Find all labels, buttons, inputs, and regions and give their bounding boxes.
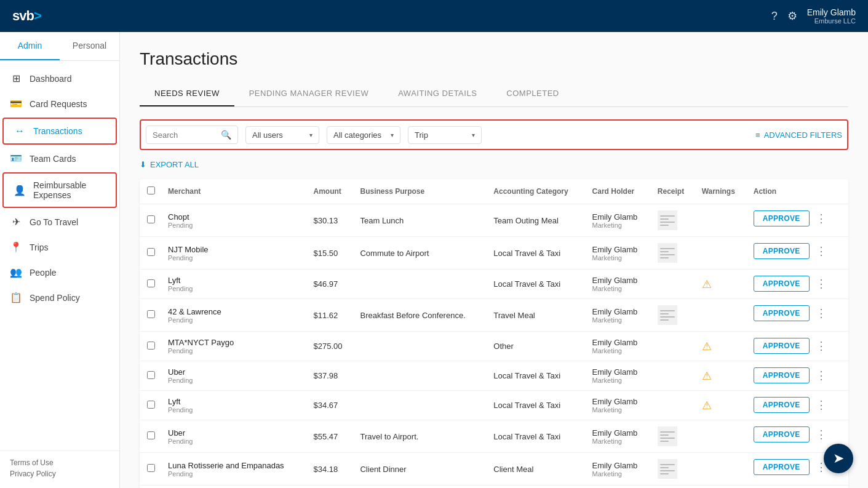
tab-needs-review[interactable]: NEEDS REVIEW bbox=[140, 81, 234, 106]
more-actions-button[interactable]: ⋮ bbox=[812, 276, 830, 292]
row-checkbox[interactable] bbox=[147, 342, 155, 350]
amount-value: $55.47 bbox=[314, 432, 338, 441]
cell-warnings bbox=[696, 420, 747, 453]
user-filter-label: All users bbox=[252, 130, 283, 140]
approve-button[interactable]: APPROVE bbox=[754, 367, 810, 383]
sidebar-item-team-cards[interactable]: 🪪 Team Cards bbox=[0, 146, 119, 171]
sidebar-item-card-requests[interactable]: 💳 Card Requests bbox=[0, 91, 119, 116]
amount-value: $15.50 bbox=[314, 249, 338, 258]
approve-button[interactable]: APPROVE bbox=[754, 243, 810, 259]
help-icon[interactable]: ? bbox=[771, 10, 778, 23]
tab-personal[interactable]: Personal bbox=[60, 32, 119, 60]
amount-value: $37.98 bbox=[314, 371, 338, 380]
sidebar-item-trips[interactable]: 📍 Trips bbox=[0, 234, 119, 260]
download-icon: ⬇ bbox=[140, 160, 146, 169]
chat-bubble[interactable]: ➤ bbox=[824, 444, 853, 473]
amount-value: $34.67 bbox=[314, 401, 338, 410]
approve-button[interactable]: APPROVE bbox=[754, 338, 810, 354]
card-holder-dept: Marketing bbox=[592, 438, 645, 445]
pending-status: Pending bbox=[168, 316, 301, 324]
cell-business-purpose bbox=[354, 391, 487, 420]
approve-button[interactable]: APPROVE bbox=[754, 459, 810, 475]
card-holder-name: Emily Glamb bbox=[592, 245, 645, 254]
user-menu[interactable]: Emily Glamb Emburse LLC bbox=[807, 7, 856, 25]
sidebar-item-go-to-travel[interactable]: ✈ Go To Travel bbox=[0, 209, 119, 234]
sidebar-item-dashboard[interactable]: ⊞ Dashboard bbox=[0, 66, 119, 91]
privacy-link[interactable]: Privacy Policy bbox=[10, 470, 109, 478]
team-cards-icon: 🪪 bbox=[10, 153, 22, 164]
row-checkbox[interactable] bbox=[147, 215, 155, 223]
sidebar-item-label: Card Requests bbox=[30, 99, 87, 109]
approve-button[interactable]: APPROVE bbox=[754, 276, 810, 292]
row-checkbox[interactable] bbox=[147, 310, 155, 318]
cell-accounting-category: Local Travel & Taxi bbox=[487, 270, 586, 299]
transactions-table-container: Merchant Amount Business Purpose Account… bbox=[140, 179, 848, 488]
cell-receipt bbox=[651, 237, 696, 270]
settings-icon[interactable]: ⚙ bbox=[787, 9, 797, 23]
search-input[interactable] bbox=[153, 130, 221, 140]
row-checkbox[interactable] bbox=[147, 248, 155, 256]
cell-action: APPROVE⋮ bbox=[747, 361, 848, 390]
tab-admin[interactable]: Admin bbox=[0, 32, 60, 60]
sidebar: Admin Personal ⊞ Dashboard 💳 Card Reques… bbox=[0, 32, 120, 488]
row-checkbox[interactable] bbox=[147, 401, 155, 409]
amount-value: $34.18 bbox=[314, 465, 338, 474]
category-filter-label: All categories bbox=[333, 130, 381, 140]
trip-filter[interactable]: Trip ▾ bbox=[408, 126, 482, 144]
cell-accounting-category: Other bbox=[487, 332, 586, 361]
trip-filter-label: Trip bbox=[415, 130, 428, 140]
category-filter[interactable]: All categories ▾ bbox=[327, 126, 400, 144]
search-box[interactable]: 🔍 bbox=[146, 126, 238, 144]
approve-button[interactable]: APPROVE bbox=[754, 305, 810, 321]
more-actions-button[interactable]: ⋮ bbox=[812, 243, 830, 259]
pending-status: Pending bbox=[168, 406, 301, 414]
tab-awaiting-details[interactable]: AWAITING DETAILS bbox=[383, 81, 492, 106]
card-holder-dept: Marketing bbox=[592, 285, 645, 292]
approve-button[interactable]: APPROVE bbox=[754, 210, 810, 226]
cell-amount: $34.67 bbox=[308, 391, 354, 420]
more-actions-button[interactable]: ⋮ bbox=[812, 426, 830, 442]
approve-button[interactable]: APPROVE bbox=[754, 426, 810, 442]
cell-card-holder: Emily GlambMarketing bbox=[586, 453, 651, 486]
cell-merchant: LyftPending bbox=[162, 391, 308, 420]
more-actions-button[interactable]: ⋮ bbox=[812, 210, 830, 226]
tab-pending-manager-review[interactable]: PENDING MANAGER REVIEW bbox=[234, 81, 383, 106]
cell-warnings: ⚠ bbox=[696, 391, 747, 420]
sidebar-item-transactions[interactable]: ↔ Transactions bbox=[2, 118, 117, 145]
cell-business-purpose: Client Dinner bbox=[354, 453, 487, 486]
receipt-line bbox=[660, 464, 675, 465]
terms-link[interactable]: Terms of Use bbox=[10, 458, 109, 467]
row-checkbox[interactable] bbox=[147, 464, 155, 472]
sidebar-tabs: Admin Personal bbox=[0, 32, 119, 61]
receipt-line bbox=[660, 438, 675, 439]
approve-button[interactable]: APPROVE bbox=[754, 397, 810, 413]
cell-merchant: NJT MobilePending bbox=[162, 237, 308, 270]
advanced-filters-button[interactable]: ≡ ADVANCED FILTERS bbox=[755, 130, 842, 140]
cell-accounting-category: Local Travel & Taxi bbox=[487, 391, 586, 420]
select-all-checkbox[interactable] bbox=[147, 186, 155, 194]
export-label: EXPORT ALL bbox=[150, 160, 199, 169]
more-actions-button[interactable]: ⋮ bbox=[812, 397, 830, 413]
tab-completed[interactable]: COMPLETED bbox=[492, 81, 573, 106]
svb-logo[interactable]: svb> bbox=[12, 8, 41, 24]
more-actions-button[interactable]: ⋮ bbox=[812, 367, 830, 383]
export-all-button[interactable]: ⬇ EXPORT ALL bbox=[140, 160, 199, 169]
more-actions-button[interactable]: ⋮ bbox=[812, 338, 830, 354]
receipt-line bbox=[660, 218, 669, 220]
dashboard-icon: ⊞ bbox=[10, 73, 22, 84]
sidebar-item-spend-policy[interactable]: 📋 Spend Policy bbox=[0, 285, 119, 310]
cell-card-holder: Emily GlambMarketing bbox=[586, 204, 651, 237]
cell-amount: $32.97 bbox=[308, 486, 354, 489]
cell-receipt bbox=[651, 361, 696, 391]
header-warnings: Warnings bbox=[696, 179, 747, 204]
sidebar-item-reimbursable-expenses[interactable]: 👤 Reimbursable Expenses bbox=[2, 172, 117, 208]
more-actions-button[interactable]: ⋮ bbox=[812, 305, 830, 321]
row-checkbox[interactable] bbox=[147, 371, 155, 379]
card-holder-dept: Marketing bbox=[592, 254, 645, 262]
row-checkbox[interactable] bbox=[147, 431, 155, 439]
sidebar-item-people[interactable]: 👥 People bbox=[0, 260, 119, 285]
row-checkbox[interactable] bbox=[147, 279, 155, 287]
receipt-line bbox=[660, 467, 669, 468]
user-filter[interactable]: All users ▾ bbox=[245, 126, 319, 144]
cell-card-holder: Emily GlambMarketing bbox=[586, 420, 651, 453]
